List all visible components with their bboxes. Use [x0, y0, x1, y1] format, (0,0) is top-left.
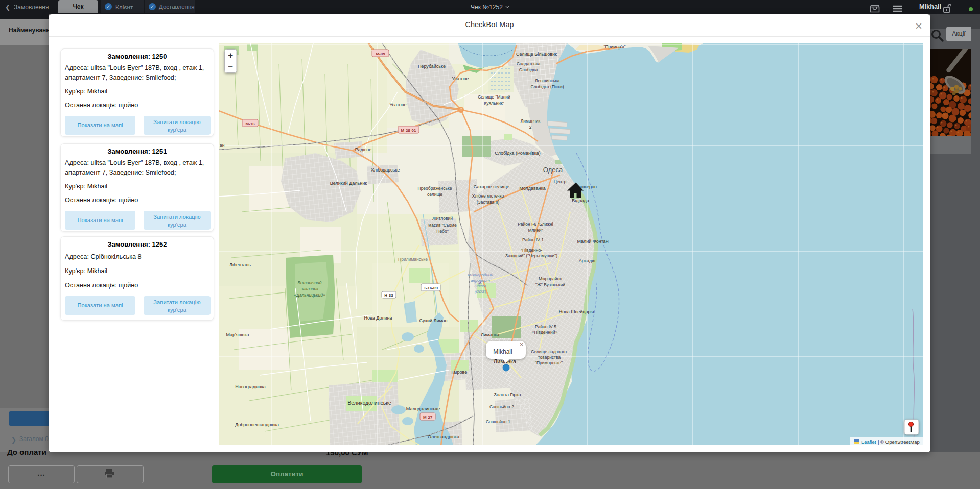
svg-text:Лиманка: Лиманка [481, 332, 499, 337]
svg-text:Відрада: Відрада [572, 198, 589, 203]
svg-text:Небо": Небо" [436, 229, 448, 234]
svg-text:Доброолександрівка: Доброолександрівка [235, 422, 279, 427]
svg-text:«Південний»: «Південний» [532, 330, 558, 335]
svg-text:Солдатська: Солдатська [517, 61, 541, 66]
svg-text:Олександрівка: Олександрівка [428, 434, 459, 439]
svg-text:Левшинська: Левшинська [535, 78, 560, 83]
svg-text:селище: селище [427, 192, 442, 197]
svg-text:Лиманчик: Лиманчик [521, 118, 541, 124]
svg-text:Прилиманське: Прилиманське [398, 257, 428, 262]
svg-text:Новоградківка: Новоградківка [235, 384, 266, 389]
svg-text:Селище "Малий: Селище "Малий [478, 94, 510, 100]
svg-text:Аркадія: Аркадія [579, 258, 595, 263]
svg-text:Великий Дальник: Великий Дальник [330, 181, 367, 186]
svg-text:(Застава ІІ): (Застава ІІ) [477, 200, 500, 205]
svg-text:Мар'янівка: Мар'янівка [226, 332, 249, 337]
svg-text:(ODS): (ODS) [475, 289, 486, 294]
svg-text:Лібенталь: Лібенталь [229, 262, 251, 267]
svg-text:заказник: заказник [300, 286, 319, 291]
svg-text:Міжнародний: Міжнародний [468, 273, 493, 277]
svg-text:Слобідка (Романівка): Слобідка (Романівка) [495, 151, 541, 156]
svg-text:Нерубайське: Нерубайське [418, 64, 446, 69]
svg-text:Малодолинське: Малодолинське [406, 406, 440, 411]
svg-text:Малий Фонтан: Малий Фонтан [577, 239, 608, 244]
svg-text:Leaflet: Leaflet [861, 439, 876, 445]
svg-text:Одеса: Одеса [543, 166, 563, 174]
svg-text:Нова Долина: Нова Долина [364, 315, 392, 321]
svg-text:Район IV-5: Район IV-5 [535, 324, 556, 329]
svg-text:Ботанічний: Ботанічний [297, 280, 321, 285]
svg-text:«Дальницький»: «Дальницький» [294, 292, 325, 298]
svg-text:Слобідка: Слобідка [519, 67, 538, 72]
svg-text:"Приморське": "Приморське" [535, 360, 563, 365]
svg-text:Таїрове: Таїрове [451, 370, 467, 375]
svg-text:Хлібне містечко: Хлібне містечко [472, 193, 504, 199]
svg-text:Сахарне селище: Сахарне селище [474, 184, 509, 189]
svg-text:Мікрорайон: Мікрорайон [539, 276, 562, 281]
svg-text:Усатове: Усатове [389, 102, 406, 107]
svg-text:Преображенське: Преображенське [418, 186, 452, 191]
svg-text:"Примор'я": "Примор'я" [603, 44, 625, 50]
svg-text:Центр: Центр [554, 179, 567, 184]
svg-text:2: 2 [529, 125, 532, 130]
svg-text:масив "Сьоме: масив "Сьоме [428, 223, 457, 228]
svg-text:| © OpenStreetMap: | © OpenStreetMap [878, 439, 920, 445]
svg-text:Слобідка (Піски): Слобідка (Піски) [530, 84, 564, 89]
svg-text:Нова Швейцарія: Нова Швейцарія [559, 309, 594, 314]
svg-text:Усатове: Усатове [452, 76, 469, 81]
svg-text:Золота Гірка: Золота Гірка [494, 392, 521, 397]
svg-text:Хлібодарське: Хлібодарське [371, 167, 400, 173]
svg-text:Радісне: Радісне [355, 147, 371, 152]
svg-text:Район IV-1: Район IV-1 [522, 237, 544, 242]
svg-text:−: − [228, 62, 233, 72]
svg-text:"Південно-: "Південно- [521, 248, 542, 253]
svg-text:Селище Більшовик: Селище Більшовик [516, 52, 557, 57]
svg-text:"Ж" Вузівський: "Ж" Вузівський [535, 282, 565, 287]
svg-text:Молдаванка: Молдаванка [519, 186, 546, 191]
svg-text:Великодолинське: Великодолинське [347, 400, 391, 406]
svg-text:Одеса: Одеса [474, 284, 486, 288]
svg-text:Житловий: Житловий [432, 216, 453, 221]
svg-text:Н-33: Н-33 [384, 293, 393, 298]
svg-text:+: + [228, 51, 233, 60]
svg-text:Західний" ("Черьомушки"): Західний" ("Черьомушки") [505, 253, 557, 258]
svg-text:Совіньйон-1: Совіньйон-1 [486, 419, 510, 424]
svg-text:М-05: М-05 [376, 52, 385, 56]
svg-text:×: × [520, 340, 524, 348]
svg-text:М-16: М-16 [245, 121, 255, 126]
svg-text:Куяльник": Куяльник" [484, 101, 504, 106]
svg-text:М-27: М-27 [423, 415, 433, 420]
svg-text:товариства: товариства [538, 355, 561, 360]
svg-text:Район І-6 "Ближні: Район І-6 "Ближні [518, 222, 553, 227]
svg-text:М-28-01: М-28-01 [401, 128, 416, 133]
svg-text:Совіньйон-2: Совіньйон-2 [489, 404, 514, 409]
svg-text:ан: ан [220, 143, 225, 148]
svg-text:Сухий Лиман: Сухий Лиман [419, 318, 447, 323]
svg-text:Млини": Млини" [528, 228, 543, 233]
svg-text:Mikhail: Mikhail [493, 348, 512, 355]
svg-text:Селище садового: Селище садового [531, 349, 567, 354]
svg-text:аеропорт: аеропорт [471, 278, 490, 283]
svg-text:Т-16-09: Т-16-09 [424, 286, 438, 290]
